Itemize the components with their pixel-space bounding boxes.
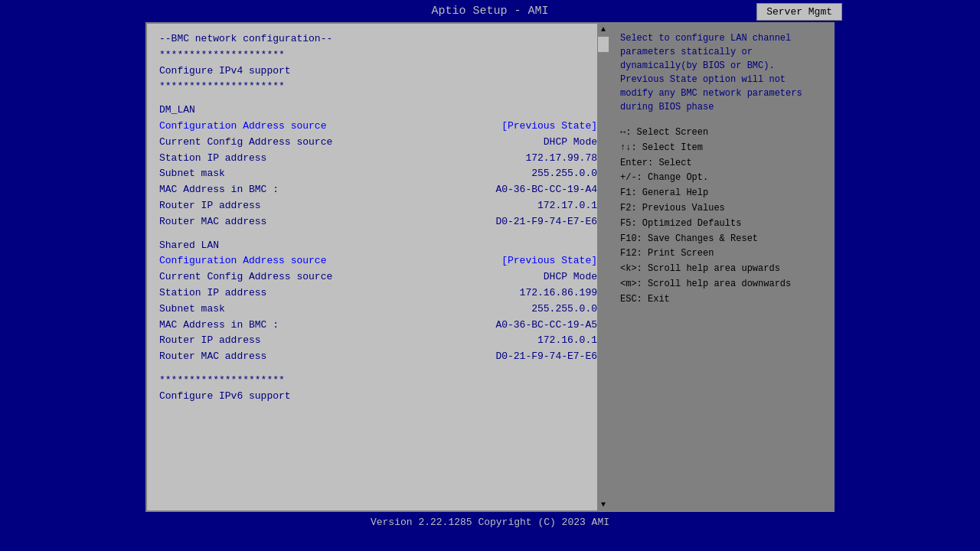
config-ipv6: Configure IPv6 support	[159, 389, 597, 405]
shared-lan-row-1: Current Config Address sourceDHCP Mode	[159, 269, 597, 285]
row-value: A0-36-BC-CC-19-A4	[495, 182, 597, 198]
row-label: Router IP address	[159, 198, 537, 214]
config-ipv4: Configure IPv4 support	[159, 64, 597, 80]
left-panel: --BMC network configuration-- **********…	[147, 24, 611, 510]
shared-lan-row-3: Subnet mask255.255.0.0	[159, 302, 597, 318]
keybind-2: Enter: Select	[620, 156, 824, 171]
row-value: DHCP Mode	[544, 135, 597, 151]
keybind-0: ↔: Select Screen	[620, 126, 824, 141]
row-label: MAC Address in BMC :	[159, 318, 495, 334]
row-value: 172.16.0.1	[537, 333, 597, 349]
server-mgmt-tab[interactable]: Server Mgmt	[756, 3, 842, 21]
dm-lan-row-1: Current Config Address sourceDHCP Mode	[159, 135, 597, 151]
dm-lan-row-0[interactable]: Configuration Address source[Previous St…	[159, 119, 597, 135]
keybind-6: F5: Optimized Defaults	[620, 217, 824, 232]
row-value: A0-36-BC-CC-19-A5	[495, 318, 597, 334]
keybind-3: +/-: Change Opt.	[620, 171, 824, 186]
row-label: Router MAC address	[159, 214, 495, 230]
row-value: [Previous State]	[501, 253, 597, 269]
shared-lan-rows: Configuration Address source[Previous St…	[159, 253, 597, 365]
app-title: Aptio Setup - AMI	[431, 5, 548, 18]
row-value: 172.17.0.1	[537, 198, 597, 214]
row-value: 172.16.86.199	[520, 285, 597, 302]
row-label: Router MAC address	[159, 349, 495, 365]
shared-lan-label: Shared LAN	[159, 238, 597, 254]
row-value: 255.255.0.0	[531, 302, 597, 318]
footer: Version 2.22.1285 Copyright (C) 2023 AMI	[0, 512, 980, 533]
row-label: Router IP address	[159, 333, 537, 349]
row-value: D0-21-F9-74-E7-E6	[495, 349, 597, 365]
keybind-10: <m>: Scroll help area downwards	[620, 277, 824, 292]
row-label: Configuration Address source	[159, 253, 501, 269]
dm-lan-row-3: Subnet mask255.255.0.0	[159, 166, 597, 182]
dm-lan-row-4: MAC Address in BMC :A0-36-BC-CC-19-A4	[159, 182, 597, 198]
scroll-up-icon[interactable]: ▲	[601, 25, 606, 34]
section-header: --BMC network configuration--	[159, 31, 597, 47]
row-value: 255.255.0.0	[531, 166, 597, 182]
row-label: Current Config Address source	[159, 269, 544, 285]
row-value: D0-21-F9-74-E7-E6	[495, 214, 597, 230]
row-value: [Previous State]	[501, 119, 597, 135]
scrollbar: ▲ ▼	[597, 24, 609, 510]
header: Aptio Setup - AMI Server Mgmt	[0, 0, 980, 22]
dm-lan-label: DM_LAN	[159, 103, 597, 119]
dm-lan-rows: Configuration Address source[Previous St…	[159, 119, 597, 230]
stars3: *********************	[159, 373, 597, 389]
stars1: *********************	[159, 47, 597, 64]
row-label: MAC Address in BMC :	[159, 182, 495, 198]
keybinds-list: ↔: Select Screen↑↓: Select ItemEnter: Se…	[620, 126, 824, 308]
row-label: Current Config Address source	[159, 135, 544, 151]
shared-lan-row-6: Router MAC addressD0-21-F9-74-E7-E6	[159, 349, 597, 365]
row-label: Subnet mask	[159, 302, 531, 318]
footer-text: Version 2.22.1285 Copyright (C) 2023 AMI	[371, 517, 609, 528]
keybind-1: ↑↓: Select Item	[620, 141, 824, 156]
separator	[620, 120, 824, 121]
keybind-8: F12: Print Screen	[620, 246, 824, 262]
row-label: Configuration Address source	[159, 119, 501, 135]
dm-lan-row-5: Router IP address172.17.0.1	[159, 198, 597, 214]
shared-lan-row-4: MAC Address in BMC :A0-36-BC-CC-19-A5	[159, 318, 597, 334]
shared-lan-row-5: Router IP address172.16.0.1	[159, 333, 597, 349]
stars2: *********************	[159, 79, 597, 95]
dm-lan-row-6: Router MAC addressD0-21-F9-74-E7-E6	[159, 214, 597, 230]
shared-lan-row-2: Station IP address172.16.86.199	[159, 285, 597, 302]
keybind-9: <k>: Scroll help area upwards	[620, 262, 824, 277]
row-label: Station IP address	[159, 285, 520, 302]
help-text: Select to configure LAN channel paramete…	[620, 31, 824, 114]
shared-lan-row-0[interactable]: Configuration Address source[Previous St…	[159, 253, 597, 269]
keybind-11: ESC: Exit	[620, 292, 824, 308]
left-content: --BMC network configuration-- **********…	[159, 31, 597, 405]
row-value: DHCP Mode	[544, 269, 597, 285]
row-value: 172.17.99.78	[525, 151, 597, 167]
keybind-5: F2: Previous Values	[620, 201, 824, 217]
row-label: Station IP address	[159, 151, 525, 167]
scroll-down-icon[interactable]: ▼	[601, 500, 606, 509]
right-panel: Select to configure LAN channel paramete…	[611, 24, 833, 510]
keybind-7: F10: Save Changes & Reset	[620, 232, 824, 247]
scroll-thumb	[598, 37, 609, 52]
row-label: Subnet mask	[159, 166, 531, 182]
main-container: --BMC network configuration-- **********…	[145, 22, 835, 512]
dm-lan-row-2: Station IP address172.17.99.78	[159, 151, 597, 167]
keybind-4: F1: General Help	[620, 186, 824, 201]
